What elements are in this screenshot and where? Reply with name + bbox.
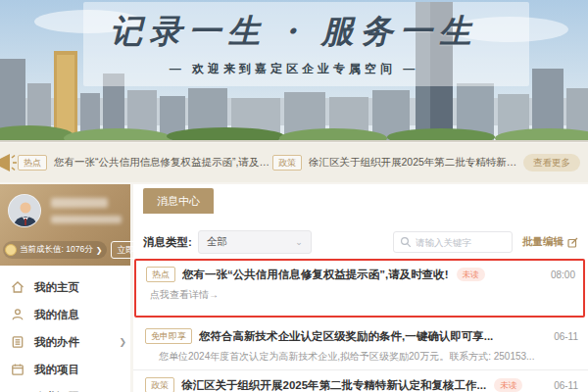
message-time: 06-11 <box>546 331 578 342</box>
sidebar: 当前成长值: 1076分 ❯ 立即签到 我的主页 我 <box>0 184 130 392</box>
growth-label: 当前成长值: <box>20 244 64 256</box>
page: 记录一生 · 服务一生 — 欢迎来到嘉定区企业专属空间 — 热点 您有一张“公共… <box>0 0 588 392</box>
growth-row: 当前成长值: 1076分 ❯ 立即签到 <box>3 241 127 259</box>
message-item-highlighted[interactable]: 热点 您有一张“公共信用信息修复权益提示函”,请及时查收! 未读 08:00 点… <box>134 259 585 318</box>
unread-badge: 未读 <box>457 268 485 281</box>
notice-item-policy[interactable]: 政策 徐汇区关于组织开展2025年第二批专精特新认定和复核工作... <box>272 155 517 171</box>
tab-message-center[interactable]: 消息中心 <box>143 188 214 214</box>
growth-value: 1076分 <box>66 244 92 256</box>
search-box[interactable] <box>393 231 513 253</box>
sidebar-menu: 我的主页 我的信息 我的办件 ❯ <box>0 266 130 392</box>
message-title[interactable]: 您符合高新技术企业认定区级奖励的条件,一键确认即可享... <box>199 329 493 344</box>
message-tag: 免申即享 <box>145 328 192 344</box>
coin-icon <box>5 244 17 256</box>
document-icon <box>11 335 24 349</box>
message-type-label: 消息类型: <box>143 235 192 250</box>
sidebar-item-label: 我的办件 <box>34 335 79 350</box>
message-title[interactable]: 徐汇区关于组织开展2025年第二批专精特新认定和复核工作... <box>181 378 486 392</box>
notice-tag: 政策 <box>272 155 302 171</box>
banner-subtitle: — 欢迎来到嘉定区企业专属空间 — <box>0 61 588 77</box>
message-item[interactable]: 政策 徐汇区关于组织开展2025年第二批专精特新认定和复核工作... 未读 06… <box>133 369 588 392</box>
message-subtitle[interactable]: 您单位2024年度首次认定为高新技术企业,拟给予区级奖励20万元。联系方式: 2… <box>145 350 578 364</box>
notice-item-hot[interactable]: 热点 您有一张“公共信用信息修复权益提示函”,请及时查收! <box>18 155 272 171</box>
calendar-icon <box>11 363 24 376</box>
tab-bar: 消息中心 <box>133 188 588 218</box>
message-item[interactable]: 免申即享 您符合高新技术企业认定区级奖励的条件,一键确认即可享... 06-11… <box>133 321 588 369</box>
notice-text[interactable]: 您有一张“公共信用信息修复权益提示函”,请及时查收! <box>54 156 272 170</box>
user-name-redacted <box>51 198 108 208</box>
message-time: 06-11 <box>546 380 578 391</box>
growth-value-pill[interactable]: 当前成长值: 1076分 ❯ <box>3 241 107 259</box>
notice-bar: 热点 您有一张“公共信用信息修复权益提示函”,请及时查收! 政策 徐汇区关于组织… <box>0 143 588 182</box>
user-avatar[interactable] <box>8 194 41 227</box>
message-title[interactable]: 您有一张“公共信用信息修复权益提示函”,请及时查收! <box>182 268 449 282</box>
unread-badge: 未读 <box>494 378 522 392</box>
notice-tag: 热点 <box>18 155 47 171</box>
avatar-illustration <box>9 195 41 227</box>
filter-row: 消息类型: 全部 ⌄ 批量编辑 <box>133 229 588 255</box>
search-input[interactable] <box>416 237 504 248</box>
sidebar-item-label: 我的项目 <box>34 363 79 377</box>
sidebar-item-enterprise-license[interactable]: 企业证照 <box>0 383 130 392</box>
message-tag: 政策 <box>145 377 174 392</box>
message-subtitle[interactable]: 点我查看详情→ <box>146 288 575 302</box>
sidebar-item-my-projects[interactable]: 我的项目 <box>0 356 130 383</box>
sidebar-item-label: 我的主页 <box>34 280 79 295</box>
chevron-down-icon: ⌄ <box>295 237 303 247</box>
sidebar-item-my-matters[interactable]: 我的办件 ❯ <box>0 328 130 356</box>
sidebar-item-label: 我的信息 <box>34 308 79 322</box>
chevron-right-icon: ❯ <box>119 337 126 347</box>
message-tag: 热点 <box>146 267 175 282</box>
megaphone-icon <box>0 152 18 173</box>
sidebar-item-my-info[interactable]: 我的信息 <box>0 301 130 328</box>
notice-text[interactable]: 徐汇区关于组织开展2025年第二批专精特新认定和复核工作... <box>309 156 517 170</box>
message-list: 热点 您有一张“公共信用信息修复权益提示函”,请及时查收! 未读 08:00 点… <box>133 259 588 392</box>
person-icon <box>11 308 24 321</box>
message-center-panel: 消息中心 消息类型: 全部 ⌄ 批量编辑 <box>133 184 588 392</box>
search-icon <box>400 236 412 248</box>
user-org-redacted <box>51 216 122 223</box>
chevron-right-icon: ❯ <box>96 246 103 255</box>
message-time: 08:00 <box>543 270 575 280</box>
batch-edit-button[interactable]: 批量编辑 <box>522 235 578 249</box>
body-area: 当前成长值: 1076分 ❯ 立即签到 我的主页 我 <box>0 184 588 392</box>
banner-title: 记录一生 · 服务一生 <box>0 10 588 54</box>
user-card: 当前成长值: 1076分 ❯ 立即签到 <box>0 184 130 266</box>
select-value: 全部 <box>207 235 295 249</box>
home-icon <box>11 280 24 294</box>
message-type-select[interactable]: 全部 ⌄ <box>198 230 312 254</box>
view-more-button[interactable]: 查看更多 <box>523 154 580 172</box>
batch-edit-label: 批量编辑 <box>522 235 564 249</box>
edit-icon <box>567 237 578 248</box>
sidebar-item-my-home[interactable]: 我的主页 <box>0 273 130 301</box>
hero-banner: 记录一生 · 服务一生 — 欢迎来到嘉定区企业专属空间 — <box>0 0 588 142</box>
